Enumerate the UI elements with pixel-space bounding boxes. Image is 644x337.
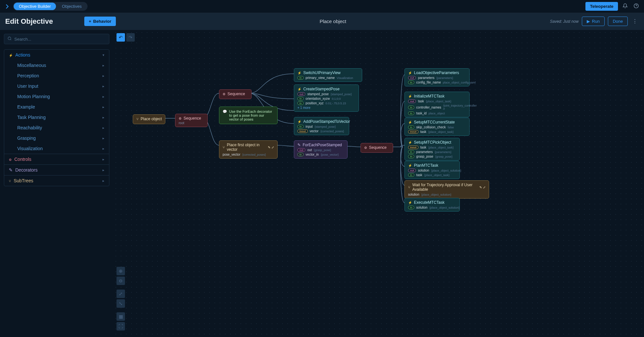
objective-name: Place object [116,19,550,24]
node-setup-mtc-pick-object[interactable]: SetupMTCPickObject inouttaskplace_object… [404,138,460,161]
branch-icon [408,185,410,189]
expand-button[interactable]: ⤢ [116,290,125,298]
tree-sub-task-planning[interactable]: Task Planning▸ [4,112,109,123]
node-comment[interactable]: 💬Use the ForEach decorator to get a pose… [219,107,278,124]
node-place-object-root[interactable]: Place object [133,114,165,124]
tree-sub-miscellaneous[interactable]: Miscellaneous▸ [4,60,109,71]
gear-icon [223,92,226,96]
tab-objective-builder[interactable]: Objective Builder [14,3,56,10]
node-initialize-mtc-task[interactable]: InitializeMTCTask outtaskplace_object_ta… [404,92,470,117]
fullscreen-button[interactable]: ⛶ [116,322,125,331]
bolt-icon [408,94,412,98]
chevron-right-icon: ▸ [103,126,104,130]
node-sub-label: root [179,121,204,125]
pencil-icon [9,167,13,173]
edit-icon[interactable]: ✎ [268,146,270,149]
tree-category-controls[interactable]: Controls ▸ [4,154,109,164]
notification-icon[interactable] [621,2,629,11]
tree-sub-reachability[interactable]: Reachability▸ [4,123,109,133]
node-add-pose-stamped-to-vector[interactable]: AddPoseStampedToVector ininputstamped_po… [294,117,349,135]
run-button[interactable]: ▶ Run [582,17,605,26]
zoom-out-button[interactable]: ⊖ [116,277,125,285]
tree-sub-visualization[interactable]: Visualization▸ [4,143,109,154]
gear-icon [364,145,367,150]
chevron-right-icon: ▸ [103,74,104,78]
chevron-right-icon: ▸ [103,179,104,183]
play-icon: ▶ [587,19,590,24]
search-input-container[interactable] [4,34,109,44]
node-place-first-object[interactable]: Place first object in vector✎⤢ pose_vect… [219,140,278,159]
teleoperate-button[interactable]: Teleoperate [585,2,618,11]
branch-icon [136,117,139,121]
chevron-right-icon: ▸ [103,84,104,88]
more-ports-link[interactable]: + 1 more [297,106,355,110]
bolt-icon [297,71,301,75]
add-behavior-button[interactable]: + Behavior [84,17,116,26]
tree-sub-perception[interactable]: Perception▸ [4,71,109,81]
tree-sub-user-input[interactable]: User Input▸ [4,81,109,91]
chevron-right-icon: ▸ [103,157,104,162]
node-setup-mtc-current-state[interactable]: SetupMTCCurrentState inskip_collision_ch… [404,118,470,136]
gear-icon [9,157,12,162]
saved-status: Saved: Just now [550,19,579,24]
node-create-stamped-pose[interactable]: CreateStampedPose outstamped_posestamped… [294,84,359,112]
edit-icon[interactable]: ✎ [479,186,482,189]
grid-button[interactable]: ▦ [116,312,125,321]
node-execute-mtc-task[interactable]: ExecuteMTCTask insolutionplace_object_so… [404,198,460,212]
node-sequence-child[interactable]: Sequence [219,89,252,99]
app-logo-icon [4,3,10,10]
chevron-right-icon: ▸ [103,147,104,151]
tree-sub-example[interactable]: Example▸ [4,102,109,112]
node-plan-mtc-task[interactable]: PlanMTCTask outsolutionplace_object_solu… [404,161,460,179]
expand-node-icon[interactable]: ⤢ [271,146,274,149]
tree-sub-motion-planning[interactable]: Motion Planning▸ [4,91,109,102]
plus-icon: + [89,19,91,24]
more-options-icon[interactable]: ⋮ [631,17,639,26]
undo-button[interactable]: ↶ [116,33,125,42]
expand-node-icon[interactable]: ⤢ [483,186,486,189]
search-input[interactable] [14,37,106,42]
redo-button[interactable]: ↷ [126,33,135,42]
node-foreach-pose-stamped[interactable]: ForEachPoseStamped outoutgrasp_pose inve… [294,140,348,159]
bolt-icon [297,87,301,91]
tree-category-subtrees[interactable]: SubTrees ▸ [4,175,109,186]
done-button[interactable]: Done [608,17,628,26]
search-icon [7,36,12,42]
bolt-icon [408,163,412,168]
tree-category-decorators[interactable]: Decorators ▸ [4,164,109,175]
branch-icon [9,178,11,183]
bolt-icon [408,140,412,145]
node-switch-ui-primary-view[interactable]: SwitchUIPrimaryView inprimary_view_nameV… [294,68,362,82]
bolt-icon [297,119,301,124]
node-load-objective-parameters[interactable]: LoadObjectiveParameters outparameterspar… [404,68,470,86]
bolt-icon [9,52,13,58]
node-wait-trajectory-approval[interactable]: Wait for Trajectory Approval if User Ava… [404,180,489,199]
collapse-button[interactable]: ⤡ [116,299,125,308]
tab-objectives[interactable]: Objectives [57,3,87,10]
chevron-right-icon: ▸ [103,168,104,172]
bolt-icon [408,71,412,75]
node-sequence-root[interactable]: Sequence root [175,114,208,127]
node-sequence-foreach[interactable]: Sequence [361,143,393,153]
comment-icon: 💬 [223,110,227,121]
chevron-right-icon: ▸ [103,63,104,68]
chevron-right-icon: ▸ [103,136,104,140]
chevron-right-icon: ▸ [103,115,104,120]
tree-category-actions[interactable]: Actions ▾ [4,50,109,60]
svg-point-1 [8,37,11,40]
zoom-in-button[interactable]: ⊕ [116,267,125,275]
branch-icon [223,145,225,149]
gear-icon [179,116,182,121]
chevron-right-icon: ▸ [103,95,104,99]
chevron-down-icon: ▾ [103,53,104,57]
pencil-icon [297,143,301,147]
page-title: Edit Objective [5,17,53,26]
bolt-icon [408,120,412,124]
help-icon[interactable] [632,2,640,11]
bolt-icon [408,200,412,205]
tree-sub-grasping[interactable]: Grasping▸ [4,133,109,143]
chevron-right-icon: ▸ [103,105,104,109]
